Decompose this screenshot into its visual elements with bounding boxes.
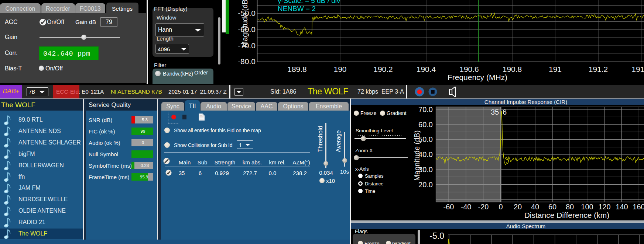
- svg-text:20: 20: [514, 203, 522, 211]
- svg-text:20.0: 20.0: [418, 181, 433, 189]
- svg-text:-60: -60: [443, 203, 454, 211]
- svg-text:35: 35: [491, 108, 499, 116]
- svg-text:80: 80: [566, 203, 574, 211]
- svg-text:191.2: 191.2: [589, 65, 608, 73]
- svg-text:190.6: 190.6: [459, 65, 479, 73]
- svg-text:70.0: 70.0: [418, 105, 433, 114]
- svg-text:190.2: 190.2: [373, 65, 393, 73]
- svg-text:190.4: 190.4: [417, 65, 436, 73]
- svg-text:190.8: 190.8: [503, 65, 522, 73]
- svg-text:189.8: 189.8: [287, 65, 307, 73]
- svg-text:Magnitude (dB): Magnitude (dB): [414, 130, 421, 181]
- svg-text:NENBW = 2: NENBW = 2: [278, 5, 316, 13]
- svg-text:120: 120: [598, 203, 610, 211]
- svg-text:40: 40: [531, 203, 539, 211]
- svg-text:0: 0: [499, 203, 503, 211]
- svg-text:-20: -20: [478, 203, 489, 211]
- svg-text:y-Scale: = 5 dB / div: y-Scale: = 5 dB / div: [278, 0, 340, 4]
- svg-text:60: 60: [548, 203, 556, 211]
- svg-text:6: 6: [503, 108, 507, 116]
- svg-text:191: 191: [549, 65, 562, 73]
- svg-text:Distance Difference (km): Distance Difference (km): [524, 211, 610, 219]
- svg-text:60.0: 60.0: [418, 121, 433, 129]
- svg-text:160: 160: [633, 203, 644, 211]
- svg-text:191.4: 191.4: [631, 65, 644, 73]
- svg-text:-80.0: -80.0: [238, 57, 256, 66]
- svg-text:100: 100: [581, 203, 593, 211]
- svg-text:Frequency (MHz): Frequency (MHz): [448, 73, 507, 81]
- svg-text:-40: -40: [461, 203, 472, 211]
- svg-text:140: 140: [616, 203, 628, 211]
- svg-text:190: 190: [333, 65, 346, 73]
- svg-text:Magnitude (dB): Magnitude (dB): [241, 0, 249, 47]
